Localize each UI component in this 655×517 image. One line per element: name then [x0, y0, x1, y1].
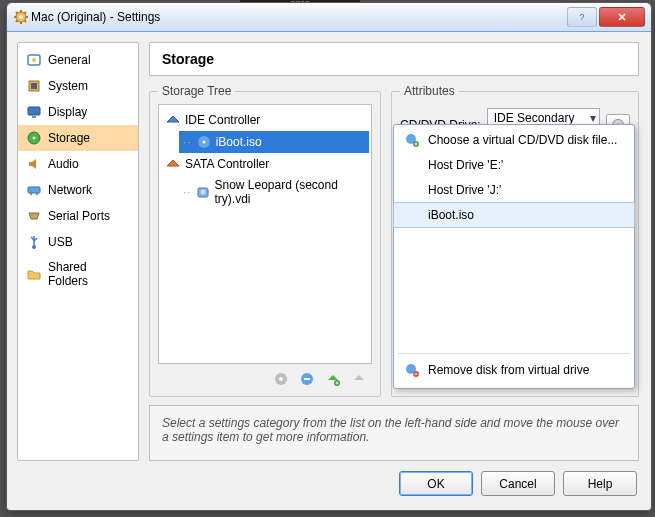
- hdd-icon: [196, 184, 211, 200]
- page-header-box: Storage: [149, 42, 639, 76]
- chip-icon: [26, 78, 42, 94]
- sidebar-item-audio[interactable]: Audio: [18, 151, 138, 177]
- menu-label: Choose a virtual CD/DVD disk file...: [428, 133, 617, 147]
- settings-window: Mac (Original) - Settings ? General Syst…: [6, 2, 652, 511]
- sidebar-item-label: Display: [48, 105, 87, 119]
- tree-node-label: IDE Controller: [185, 113, 260, 127]
- hint-text: Select a settings category from the list…: [162, 416, 619, 444]
- sidebar-item-label: Storage: [48, 131, 90, 145]
- svg-line-8: [16, 21, 18, 23]
- tree-item-iboot[interactable]: ·· iBoot.iso: [179, 131, 369, 153]
- sidebar-item-label: USB: [48, 235, 73, 249]
- sidebar-item-shared-folders[interactable]: Shared Folders: [18, 255, 138, 293]
- hint-box: Select a settings category from the list…: [149, 405, 639, 461]
- tree-node-label: Snow Leopard (second try).vdi: [214, 178, 365, 206]
- disk-icon: [26, 130, 42, 146]
- svg-line-9: [25, 12, 27, 14]
- svg-point-33: [279, 377, 283, 381]
- svg-rect-21: [28, 187, 40, 193]
- tree-node-label: SATA Controller: [185, 157, 269, 171]
- add-disk-icon: [404, 132, 420, 148]
- svg-point-29: [202, 141, 205, 144]
- svg-point-31: [201, 190, 206, 195]
- sidebar-item-label: System: [48, 79, 88, 93]
- remove-controller-button[interactable]: [298, 370, 316, 388]
- speaker-icon: [26, 156, 42, 172]
- tree-controller-sata[interactable]: SATA Controller: [161, 153, 369, 175]
- serial-icon: [26, 208, 42, 224]
- tree-controller-ide[interactable]: IDE Controller: [161, 109, 369, 131]
- menu-host-drive-j[interactable]: Host Drive 'J:': [394, 178, 634, 202]
- svg-line-7: [25, 21, 27, 23]
- menu-host-drive-e[interactable]: Host Drive 'E:': [394, 153, 634, 177]
- remove-attachment-button[interactable]: [350, 370, 368, 388]
- svg-rect-22: [30, 193, 32, 195]
- menu-label: Host Drive 'J:': [428, 183, 501, 197]
- cd-icon: [196, 134, 212, 150]
- svg-rect-23: [36, 193, 38, 195]
- sidebar-item-display[interactable]: Display: [18, 99, 138, 125]
- sidebar-item-label: Audio: [48, 157, 79, 171]
- monitor-icon: [26, 104, 42, 120]
- sidebar-item-storage[interactable]: Storage: [18, 125, 138, 151]
- svg-point-20: [33, 137, 36, 140]
- sidebar-item-general[interactable]: General: [18, 47, 138, 73]
- svg-rect-35: [304, 378, 310, 380]
- storage-tree[interactable]: IDE Controller ·· iBoot.iso SATA Control…: [158, 104, 372, 364]
- menu-choose-virtual-disk[interactable]: Choose a virtual CD/DVD disk file...: [394, 128, 634, 152]
- disk-menu-popup: Choose a virtual CD/DVD disk file... Hos…: [393, 124, 635, 389]
- svg-point-1: [19, 15, 23, 19]
- window-help-button[interactable]: ?: [567, 7, 597, 27]
- add-attachment-button[interactable]: [324, 370, 342, 388]
- svg-rect-18: [32, 116, 36, 118]
- sidebar-item-network[interactable]: Network: [18, 177, 138, 203]
- folder-icon: [26, 266, 42, 282]
- cancel-button[interactable]: Cancel: [481, 471, 555, 496]
- svg-text:?: ?: [579, 12, 584, 22]
- svg-rect-16: [31, 83, 37, 89]
- sidebar-item-serial-ports[interactable]: Serial Ports: [18, 203, 138, 229]
- tree-connector: ··: [183, 135, 192, 149]
- svg-point-24: [32, 245, 36, 249]
- tree-connector: ··: [183, 185, 192, 199]
- wrench-icon: [26, 52, 42, 68]
- gear-icon: [13, 9, 29, 25]
- ok-button[interactable]: OK: [399, 471, 473, 496]
- storage-tree-legend: Storage Tree: [158, 84, 235, 98]
- menu-label: Host Drive 'E:': [428, 158, 503, 172]
- category-sidebar: General System Display Storage Audio Net…: [17, 42, 139, 461]
- titlebar[interactable]: Mac (Original) - Settings ?: [7, 3, 651, 32]
- menu-label: Remove disk from virtual drive: [428, 363, 589, 377]
- sidebar-item-label: General: [48, 53, 91, 67]
- sata-icon: [165, 156, 181, 172]
- svg-rect-17: [28, 107, 40, 115]
- tree-toolbar: [158, 364, 372, 388]
- page-title: Storage: [162, 51, 214, 67]
- attributes-legend: Attributes: [400, 84, 459, 98]
- remove-disk-icon: [404, 362, 420, 378]
- tree-node-label: iBoot.iso: [216, 135, 262, 149]
- sidebar-item-label: Serial Ports: [48, 209, 110, 223]
- usb-icon: [26, 234, 42, 250]
- tree-item-snow-leopard[interactable]: ·· Snow Leopard (second try).vdi: [179, 175, 369, 209]
- window-title: Mac (Original) - Settings: [29, 10, 567, 24]
- help-button[interactable]: Help: [563, 471, 637, 496]
- network-icon: [26, 182, 42, 198]
- menu-label: iBoot.iso: [428, 208, 474, 222]
- menu-iboot-iso[interactable]: iBoot.iso: [393, 202, 635, 228]
- menu-remove-disk[interactable]: Remove disk from virtual drive: [394, 358, 634, 382]
- add-controller-button[interactable]: [272, 370, 290, 388]
- sidebar-item-usb[interactable]: USB: [18, 229, 138, 255]
- svg-point-14: [32, 58, 36, 62]
- storage-tree-fieldset: Storage Tree IDE Controller ·· iBoot.iso: [149, 84, 381, 397]
- sidebar-item-system[interactable]: System: [18, 73, 138, 99]
- ide-icon: [165, 112, 181, 128]
- dialog-footer: OK Cancel Help: [7, 471, 651, 510]
- sidebar-item-label: Shared Folders: [48, 260, 130, 288]
- svg-line-6: [16, 12, 18, 14]
- sidebar-item-label: Network: [48, 183, 92, 197]
- window-close-button[interactable]: [599, 7, 645, 27]
